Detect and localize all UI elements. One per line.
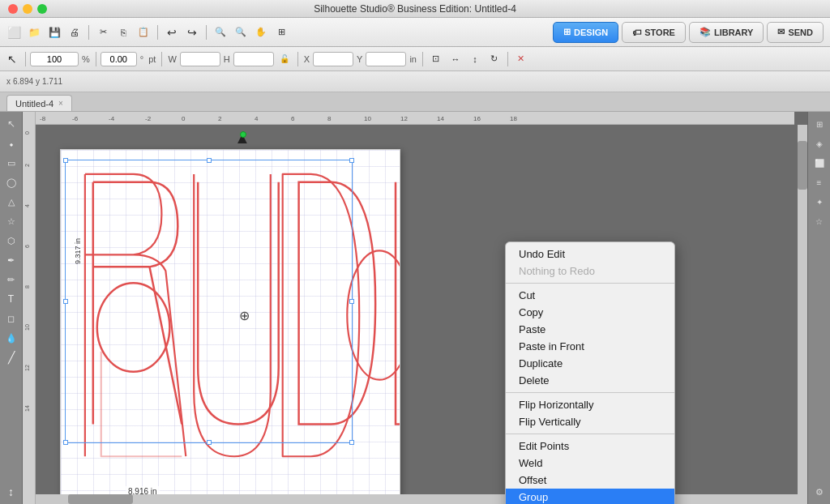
- align-btn[interactable]: ⊡: [427, 50, 445, 68]
- menu-item-flip-v[interactable]: Flip Vertically: [506, 413, 674, 430]
- panel-settings[interactable]: ⚙: [811, 483, 828, 501]
- flip-v-btn[interactable]: ↕: [466, 50, 484, 68]
- menu-item-paste-in-front[interactable]: Paste in Front: [506, 338, 674, 355]
- triangle-tool[interactable]: △: [2, 193, 20, 211]
- menu-item-paste[interactable]: Paste: [506, 321, 674, 338]
- canvas-grid: ⊕ 8.916 in 9.317 in: [61, 150, 400, 504]
- svg-text:6: 6: [24, 245, 30, 248]
- menu-item-cut[interactable]: Cut: [506, 287, 674, 304]
- menu-item-group[interactable]: Group: [506, 489, 674, 504]
- scroll-thumb-v[interactable]: [798, 141, 807, 190]
- doc-tab[interactable]: Untitled-4 ×: [6, 95, 72, 111]
- rotation-handle[interactable]: [240, 131, 246, 138]
- panel-btn-1[interactable]: ⊞: [811, 115, 828, 133]
- width-input[interactable]: 0.000: [180, 52, 220, 66]
- panel-btn-4[interactable]: ≡: [811, 173, 828, 191]
- scroll-tool[interactable]: ↕: [2, 483, 20, 501]
- menu-separator-after-nothing-to-redo: [506, 283, 674, 284]
- coord-x-label: x: [6, 77, 11, 86]
- panel-btn-3[interactable]: ⬜: [811, 154, 828, 172]
- canvas-area[interactable]: -8 -6 -4 -2 0 2 4 6 8 10 12 14 16 18 0 2…: [23, 112, 807, 504]
- rotate-btn[interactable]: ↻: [486, 50, 503, 68]
- zoom-in-btn[interactable]: 🔍: [232, 23, 250, 41]
- toolbar-main: ↖ % ° pt W 0.000 H 0.000 🔓 X 2.204 Y 0.7…: [0, 47, 830, 71]
- new-button[interactable]: ⬜: [5, 23, 23, 41]
- sep1: [88, 25, 89, 40]
- menu-separator-after-delete: [506, 392, 674, 393]
- lock-aspect-btn[interactable]: 🔓: [276, 50, 293, 68]
- maximize-button[interactable]: [37, 4, 47, 14]
- hand-btn[interactable]: ✋: [252, 23, 270, 41]
- zoom-input[interactable]: [30, 52, 79, 66]
- pen-tool[interactable]: ✒: [2, 251, 20, 269]
- y-input[interactable]: 0.763: [366, 52, 406, 66]
- left-toolbar: ↖ ⬥ ▭ ◯ △ ☆ ⬡ ✒ ✏ T ◻ 💧 ╱ ↕: [0, 112, 23, 504]
- star-tool[interactable]: ☆: [2, 212, 20, 230]
- select-tool[interactable]: ↖: [3, 50, 21, 68]
- save-button[interactable]: 💾: [45, 23, 63, 41]
- design-tab[interactable]: ⊞ DESIGN: [553, 22, 618, 43]
- svg-text:-4: -4: [109, 115, 115, 122]
- scrollbar-vertical[interactable]: [798, 125, 807, 504]
- tab-label: Untitled-4: [15, 99, 53, 109]
- menu-item-edit-points[interactable]: Edit Points: [506, 438, 674, 455]
- canvas-viewport[interactable]: ▲: [36, 125, 794, 504]
- svg-point-23: [347, 250, 400, 379]
- cut-btn[interactable]: ✂: [94, 23, 112, 41]
- text-tool[interactable]: T: [2, 290, 20, 308]
- eyedropper-tool[interactable]: 💧: [2, 329, 20, 347]
- height-input[interactable]: 0.000: [233, 52, 274, 66]
- pencil-tool[interactable]: ✏: [2, 271, 20, 288]
- x-label: X: [302, 54, 311, 64]
- svg-text:12: 12: [400, 115, 408, 122]
- grid-btn[interactable]: ⊞: [272, 23, 290, 41]
- flip-h-btn[interactable]: ↔: [447, 50, 464, 68]
- panel-btn-2[interactable]: ◈: [811, 135, 828, 152]
- document-canvas[interactable]: ⊕ 8.916 in 9.317 in: [60, 149, 400, 504]
- arrow-tool[interactable]: ↖: [2, 115, 20, 133]
- print-button[interactable]: 🖨: [66, 23, 83, 41]
- library-tab[interactable]: 📚 LIBRARY: [689, 22, 764, 43]
- menu-item-copy[interactable]: Copy: [506, 304, 674, 321]
- polygon-tool[interactable]: ⬡: [2, 232, 20, 250]
- open-button[interactable]: 📁: [25, 23, 43, 41]
- angle-input[interactable]: [101, 52, 137, 66]
- minimize-button[interactable]: [23, 4, 32, 14]
- menu-item-flip-h[interactable]: Flip Horizontally: [506, 396, 674, 413]
- tab-bar: Untitled-4 ×: [0, 92, 830, 112]
- tab-close-btn[interactable]: ×: [58, 99, 63, 108]
- dimension-v-label: 9.317 in: [74, 238, 82, 264]
- line-tool[interactable]: ╱: [2, 348, 20, 366]
- menu-item-delete[interactable]: Delete: [506, 372, 674, 389]
- menu-item-undo-edit[interactable]: Undo Edit: [506, 246, 674, 263]
- zoom-unit: %: [80, 54, 92, 64]
- redo-btn[interactable]: ↪: [183, 23, 201, 41]
- coord-x-val: 6.894: [13, 77, 33, 86]
- scrollbar-horizontal[interactable]: [36, 494, 798, 504]
- close-button[interactable]: [8, 4, 18, 14]
- svg-text:0: 0: [24, 131, 30, 135]
- t-sep6: [507, 52, 508, 66]
- window-controls[interactable]: [8, 4, 47, 14]
- close-btn[interactable]: ✕: [512, 50, 530, 68]
- node-tool[interactable]: ⬥: [2, 135, 20, 152]
- paste-btn[interactable]: 📋: [135, 23, 152, 41]
- menu-item-duplicate[interactable]: Duplicate: [506, 355, 674, 372]
- copy-btn[interactable]: ⎘: [114, 23, 132, 41]
- library-icon: 📚: [700, 27, 711, 37]
- scroll-thumb-h[interactable]: [68, 494, 133, 504]
- panel-btn-5[interactable]: ✦: [811, 193, 828, 211]
- send-tab[interactable]: ✉ SEND: [767, 22, 824, 43]
- t-sep1: [25, 52, 26, 66]
- rect-tool[interactable]: ▭: [2, 154, 20, 172]
- menu-item-weld[interactable]: Weld: [506, 455, 674, 472]
- store-tab[interactable]: 🏷 STORE: [622, 22, 686, 43]
- x-input[interactable]: 2.204: [313, 52, 353, 66]
- zoom-out-btn[interactable]: 🔍: [212, 23, 229, 41]
- eraser-tool[interactable]: ◻: [2, 310, 20, 327]
- right-panel: ⊞ ◈ ⬜ ≡ ✦ ☆ ⚙: [807, 112, 830, 504]
- menu-item-offset[interactable]: Offset: [506, 472, 674, 489]
- ellipse-tool[interactable]: ◯: [2, 173, 20, 191]
- undo-btn[interactable]: ↩: [163, 23, 181, 41]
- panel-btn-6[interactable]: ☆: [811, 212, 828, 230]
